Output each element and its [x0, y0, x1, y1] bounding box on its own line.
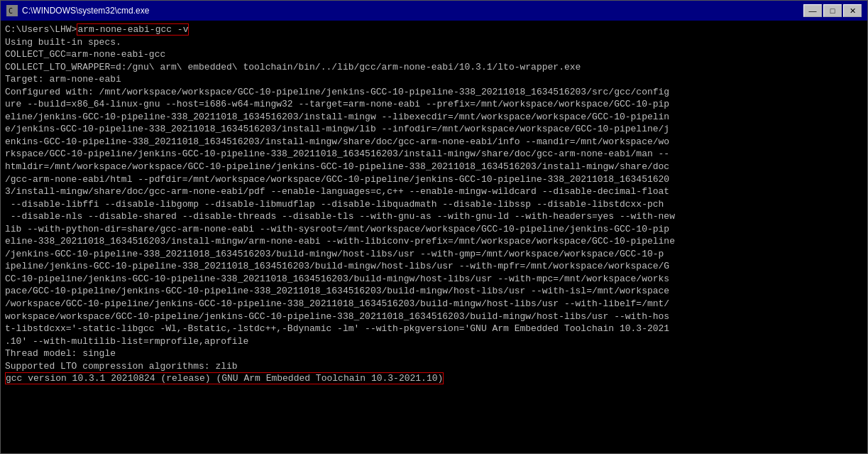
output-line-14: --disable-libffi --disable-libgomp --dis…	[5, 198, 863, 211]
output-line-1: Using built-in specs.	[5, 36, 863, 49]
output-line-13: 3/install-mingw/share/doc/gcc-arm-none-e…	[5, 185, 863, 198]
output-line-26: Thread model: single	[5, 347, 863, 360]
output-line-19: ipeline/jenkins-GCC-10-pipeline-338_2021…	[5, 260, 863, 273]
output-line-2: COLLECT_GCC=arm-none-eabi-gcc	[5, 48, 863, 61]
output-line-12: /gcc-arm-none-eabi/html --pdfdir=/mnt/wo…	[5, 173, 863, 186]
output-line-18: /jenkins-GCC-10-pipeline-338_20211018_16…	[5, 248, 863, 261]
close-button[interactable]: ✕	[843, 4, 862, 17]
output-line-4: Target: arm-none-eabi	[5, 73, 863, 86]
prompt-path: C:\Users\LHW>	[5, 24, 77, 35]
output-line-17: eline-338_20211018_1634516203/install-mi…	[5, 235, 863, 248]
version-line: gcc version 10.3.1 20210824 (release) (G…	[5, 372, 444, 384]
window-title: C:\WINDOWS\system32\cmd.exe	[22, 6, 149, 16]
output-line-22: /workspace/GCC-10-pipeline/jenkins-GCC-1…	[5, 298, 863, 310]
titlebar-left: C C:\WINDOWS\system32\cmd.exe	[6, 5, 149, 16]
output-line-6: ure --build=x86_64-linux-gnu --host=i686…	[5, 98, 863, 111]
output-line-16: lib --with-python-dir=share/gcc-arm-none…	[5, 223, 863, 236]
output-line-15: --disable-nls --disable-shared --disable…	[5, 210, 863, 223]
output-line-7: eline/jenkins-GCC-10-pipeline-338_202110…	[5, 111, 863, 124]
output-line-20: CC-10-pipeline/jenkins-GCC-10-pipeline-3…	[5, 273, 863, 286]
maximize-button[interactable]: □	[823, 4, 842, 17]
output-line-8: e/jenkins-GCC-10-pipeline-338_20211018_1…	[5, 123, 863, 136]
output-line-21: pace/GCC-10-pipeline/jenkins-GCC-10-pipe…	[5, 285, 863, 298]
output-line-9: enkins-GCC-10-pipeline-338_20211018_1634…	[5, 136, 863, 148]
output-line-3: COLLECT_LTO_WRAPPER=d:/gnu\ arm\ embedde…	[5, 61, 863, 74]
terminal-body[interactable]: C:\Users\LHW>arm-none-eabi-gcc -v Using …	[1, 21, 867, 453]
output-line-23: workspace/workspace/GCC-10-pipeline/jenk…	[5, 310, 863, 323]
output-line-25: .10' --with-multilib-list=rmprofile,apro…	[5, 335, 863, 348]
window-controls: — □ ✕	[803, 4, 862, 17]
minimize-button[interactable]: —	[803, 4, 822, 17]
output-line-10: rkspace/GCC-10-pipeline/jenkins-GCC-10-p…	[5, 148, 863, 161]
svg-text:C: C	[9, 7, 13, 15]
output-line-28: gcc version 10.3.1 20210824 (release) (G…	[5, 372, 863, 385]
prompt-line: C:\Users\LHW>arm-none-eabi-gcc -v	[5, 23, 863, 36]
output-line-11: htmldir=/mnt/workspace/workspace/GCC-10-…	[5, 161, 863, 173]
output-line-24: t-libstdcxx='-static-libgcc -Wl,-Bstatic…	[5, 323, 863, 335]
output-line-27: Supported LTO compression algorithms: zl…	[5, 360, 863, 373]
command-text: arm-none-eabi-gcc -v	[77, 23, 189, 36]
cmd-window: C C:\WINDOWS\system32\cmd.exe — □ ✕ C:\U…	[0, 0, 868, 454]
cmd-icon: C	[6, 5, 18, 16]
titlebar: C C:\WINDOWS\system32\cmd.exe — □ ✕	[1, 1, 867, 21]
output-line-5: Configured with: /mnt/workspace/workspac…	[5, 86, 863, 99]
